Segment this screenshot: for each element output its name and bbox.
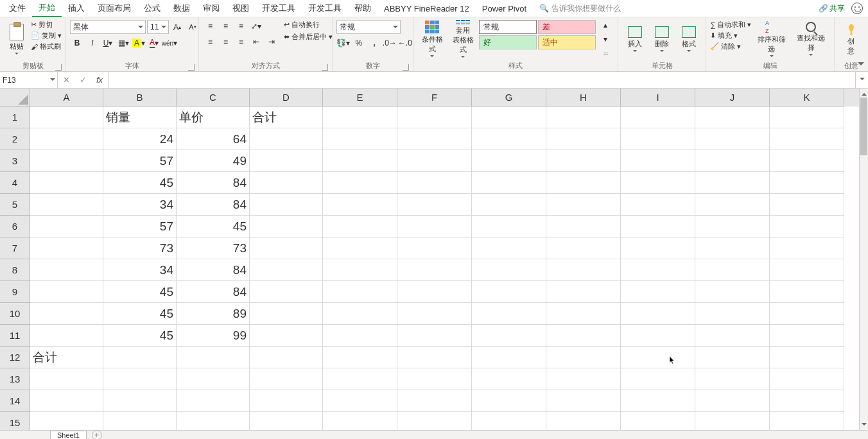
row-header-1[interactable]: 1 <box>0 107 30 128</box>
cell-I6[interactable] <box>621 216 695 237</box>
tab-view[interactable]: 视图 <box>226 0 256 17</box>
row-header-3[interactable]: 3 <box>0 150 30 172</box>
cell-B12[interactable] <box>103 347 177 368</box>
row-header-10[interactable]: 10 <box>0 303 30 325</box>
cell-F3[interactable] <box>397 150 472 172</box>
cellstyle-normal[interactable]: 常规 <box>479 20 537 34</box>
cell-F7[interactable] <box>397 237 472 259</box>
align-right-button[interactable]: ≡ <box>234 35 248 48</box>
cell-D10[interactable] <box>250 303 323 325</box>
align-center-button[interactable]: ≡ <box>218 35 232 48</box>
conditional-format-button[interactable]: 条件格式 <box>417 19 447 61</box>
cellstyle-bad[interactable]: 差 <box>538 20 596 34</box>
collapse-ribbon-button[interactable] <box>858 62 864 69</box>
cell-G1[interactable] <box>472 107 546 128</box>
format-cells-button[interactable]: 格式 <box>676 19 702 61</box>
insert-cells-button[interactable]: 插入 <box>622 19 648 61</box>
cell-G4[interactable] <box>472 172 546 194</box>
delete-cells-button[interactable]: 删除 <box>649 19 675 61</box>
cell-G6[interactable] <box>472 216 546 237</box>
share-button[interactable]: 🔗共享 <box>819 3 845 14</box>
cell-C5[interactable]: 84 <box>177 194 250 216</box>
cell-J13[interactable] <box>695 368 770 390</box>
cell-J2[interactable] <box>695 128 770 150</box>
cell-I9[interactable] <box>621 281 695 303</box>
number-launcher[interactable] <box>403 64 409 71</box>
wrap-text-button[interactable]: ↩ 自动换行 <box>284 20 333 30</box>
cell-C12[interactable] <box>177 347 250 368</box>
cell-B9[interactable]: 45 <box>103 281 177 303</box>
row-header-6[interactable]: 6 <box>0 216 30 237</box>
tab-home[interactable]: 开始 <box>32 0 62 17</box>
cell-F11[interactable] <box>397 325 472 347</box>
row-header-12[interactable]: 12 <box>0 347 30 368</box>
styles-scroll-down[interactable]: ▾ <box>598 33 612 46</box>
cell-A3[interactable] <box>30 150 103 172</box>
cell-B3[interactable]: 57 <box>103 150 177 172</box>
cell-E14[interactable] <box>323 390 397 412</box>
cell-H4[interactable] <box>546 172 621 194</box>
cell-B14[interactable] <box>103 390 177 412</box>
cell-C13[interactable] <box>177 368 250 390</box>
cell-B5[interactable]: 34 <box>103 194 177 216</box>
cell-A12[interactable]: 合计 <box>30 347 103 368</box>
number-format-combo[interactable]: 常规 <box>336 20 401 34</box>
col-header-J[interactable]: J <box>695 89 770 107</box>
tab-dev1[interactable]: 开发工具 <box>256 0 302 17</box>
cell-I13[interactable] <box>621 368 695 390</box>
cell-J7[interactable] <box>695 237 770 259</box>
tell-me-search[interactable]: 🔍告诉我你想要做什么 <box>539 3 621 14</box>
cell-B6[interactable]: 57 <box>103 216 177 237</box>
col-header-E[interactable]: E <box>323 89 397 107</box>
sort-filter-button[interactable]: 排序和筛选 <box>752 19 790 61</box>
cell-H2[interactable] <box>546 128 621 150</box>
cell-A14[interactable] <box>30 390 103 412</box>
cell-D1[interactable]: 合计 <box>250 107 323 128</box>
insert-function-button[interactable]: fx <box>91 75 108 85</box>
cell-I7[interactable] <box>621 237 695 259</box>
cell-D14[interactable] <box>250 390 323 412</box>
column-headers[interactable]: ABCDEFGHIJK <box>30 89 859 107</box>
cell-D5[interactable] <box>250 194 323 216</box>
cell-F13[interactable] <box>397 368 472 390</box>
cell-A10[interactable] <box>30 303 103 325</box>
cell-J3[interactable] <box>695 150 770 172</box>
cell-A6[interactable] <box>30 216 103 237</box>
cell-F4[interactable] <box>397 172 472 194</box>
cell-C4[interactable]: 84 <box>177 172 250 194</box>
cell-B4[interactable]: 45 <box>103 172 177 194</box>
cell-C11[interactable]: 99 <box>177 325 250 347</box>
cell-I4[interactable] <box>621 172 695 194</box>
cell-J5[interactable] <box>695 194 770 216</box>
select-all-button[interactable] <box>0 89 30 107</box>
italic-button[interactable]: I <box>85 37 100 49</box>
cell-J11[interactable] <box>695 325 770 347</box>
cell-D7[interactable] <box>250 237 323 259</box>
cell-K3[interactable] <box>770 150 844 172</box>
dec-decimal-button[interactable]: ←.0 <box>398 37 412 49</box>
cell-F14[interactable] <box>397 390 472 412</box>
cell-C2[interactable]: 64 <box>177 128 250 150</box>
cell-A2[interactable] <box>30 128 103 150</box>
cell-I3[interactable] <box>621 150 695 172</box>
indent-inc-button[interactable]: ⇥ <box>265 35 279 48</box>
cell-J14[interactable] <box>695 390 770 412</box>
border-button[interactable]: ▦▾ <box>116 37 130 49</box>
tab-help[interactable]: 帮助 <box>348 0 378 17</box>
cell-D2[interactable] <box>250 128 323 150</box>
fill-color-button[interactable]: A▾ <box>132 37 146 49</box>
tab-abbyy[interactable]: ABBYY FineReader 12 <box>378 1 476 16</box>
cell-F9[interactable] <box>397 281 472 303</box>
autosum-button[interactable]: ∑ 自动求和 ▾ <box>710 20 751 30</box>
tab-insert[interactable]: 插入 <box>62 0 91 17</box>
row-header-8[interactable]: 8 <box>0 259 30 281</box>
inc-decimal-button[interactable]: .0→ <box>383 37 397 49</box>
col-header-A[interactable]: A <box>30 89 103 107</box>
cell-E1[interactable] <box>323 107 397 128</box>
cell-K7[interactable] <box>770 237 844 259</box>
cell-A5[interactable] <box>30 194 103 216</box>
format-painter-button[interactable]: 🖌 格式刷 <box>31 42 62 51</box>
cell-I8[interactable] <box>621 259 695 281</box>
scroll-up-arrow[interactable] <box>860 89 868 98</box>
row-header-13[interactable]: 13 <box>0 368 30 390</box>
